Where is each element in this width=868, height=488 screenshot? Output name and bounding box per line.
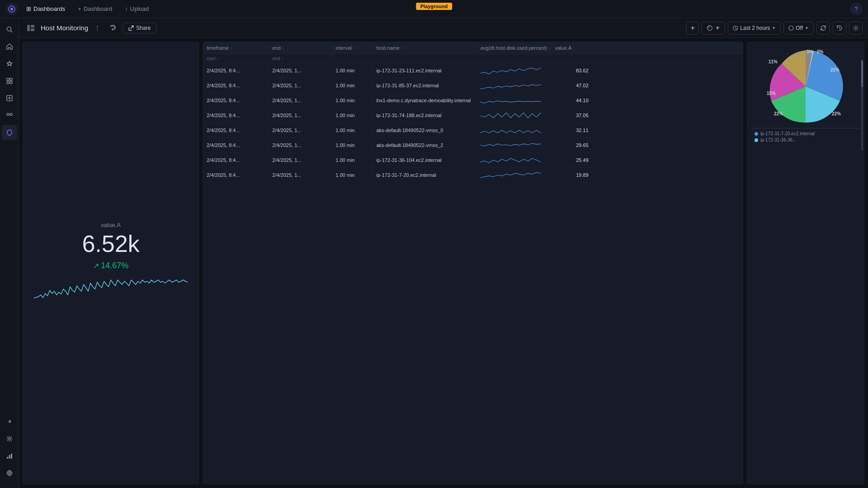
- table-row[interactable]: 2/4/2025, 8:4...2/4/2025, 1...1.00 minip…: [203, 108, 743, 123]
- nav-icon-button[interactable]: ▼: [702, 22, 725, 34]
- table-row[interactable]: 2/4/2025, 8:4...2/4/2025, 1...1.00 minip…: [203, 168, 743, 182]
- th-avg-disk-label: avg(dt.host.disk.used.percent): [480, 45, 547, 51]
- top-nav-right: ?: [850, 3, 863, 15]
- mini-sparkline: [480, 139, 547, 152]
- sidebar-item-chart2[interactable]: [2, 448, 17, 464]
- legend-item-2: ip-172-31-36-36...: [754, 137, 857, 142]
- svg-point-21: [707, 25, 712, 30]
- td-value-a: 44.10: [551, 93, 592, 108]
- th-hostname-sort: ↕: [401, 46, 403, 50]
- table-header: timeframe ↕ end ↕ interval ↕ host.name ↕: [203, 42, 743, 54]
- help-button[interactable]: ?: [850, 3, 863, 15]
- pie-panel-scrollbar[interactable]: [861, 60, 863, 151]
- th-hostname[interactable]: host.name ↕: [373, 42, 477, 54]
- table-body: 2/4/2025, 8:4...2/4/2025, 1...1.00 minip…: [203, 63, 743, 182]
- toolbar-menu-button[interactable]: ⋮: [92, 23, 103, 33]
- table-panel: timeframe ↕ end ↕ interval ↕ host.name ↕: [203, 42, 743, 484]
- td-timeframe: 2/4/2025, 8:4...: [203, 153, 269, 167]
- td-interval: 1.00 min: [332, 78, 373, 93]
- nav-label: ▼: [715, 25, 720, 31]
- table-row[interactable]: 2/4/2025, 8:4...2/4/2025, 1...1.00 minip…: [203, 78, 743, 93]
- svg-rect-18: [31, 25, 34, 28]
- dashboard-settings-button[interactable]: [849, 22, 863, 34]
- sidebar-item-grid[interactable]: [2, 73, 17, 89]
- logo[interactable]: [5, 3, 18, 15]
- td-hostname: aks-default-18490522-vmss_2: [373, 138, 477, 152]
- subheader-start[interactable]: start ↕: [203, 54, 269, 63]
- share-button[interactable]: Share: [123, 23, 157, 33]
- top-nav: ⊞ Dashboards + Dashboard ↑ Upload Playgr…: [0, 0, 868, 18]
- refresh-button[interactable]: [816, 22, 830, 34]
- nav-dashboards[interactable]: ⊞ Dashboards: [22, 4, 70, 14]
- svg-rect-14: [9, 455, 10, 459]
- td-spark: [477, 153, 551, 167]
- main-layout: Host Monitoring ⋮ Share +: [0, 18, 868, 488]
- svg-rect-5: [10, 78, 12, 81]
- th-value-a[interactable]: value.A ↕: [551, 42, 592, 54]
- pie-label-15percent: 15%: [767, 91, 776, 96]
- nav-dashboard-add[interactable]: + Dashboard: [73, 4, 117, 14]
- td-timeframe: 2/4/2025, 8:4...: [203, 138, 269, 152]
- mini-sparkline: [480, 109, 547, 122]
- mini-sparkline: [480, 79, 547, 92]
- nav-upload[interactable]: ↑ Upload: [120, 4, 153, 14]
- sidebar-item-connections[interactable]: [2, 108, 17, 123]
- dashboard-title: Host Monitoring: [41, 24, 88, 32]
- th-timeframe[interactable]: timeframe ↕: [203, 42, 269, 54]
- td-value-a: 83.62: [551, 63, 592, 78]
- td-spark: [477, 168, 551, 182]
- panel-toggle-button[interactable]: [24, 22, 37, 34]
- pie-label-22percent-3: 22%: [774, 111, 783, 116]
- refresh-mode-button[interactable]: Off ▼: [783, 22, 814, 34]
- legend-label-1: ip-172-31-7-20.ec2.internal: [760, 131, 815, 136]
- sidebar-item-admin[interactable]: [2, 125, 17, 140]
- th-interval[interactable]: interval ↕: [332, 42, 373, 54]
- table-row[interactable]: 2/4/2025, 8:4...2/4/2025, 1...1.00 minak…: [203, 138, 743, 153]
- td-timeframe: 2/4/2025, 8:4...: [203, 108, 269, 123]
- subheader-hostname: [373, 54, 477, 63]
- td-timeframe: 2/4/2025, 8:4...: [203, 78, 269, 93]
- svg-rect-19: [31, 28, 34, 31]
- add-panel-button[interactable]: +: [686, 22, 699, 34]
- sidebar-item-alerts[interactable]: [2, 56, 17, 71]
- svg-rect-4: [7, 78, 9, 81]
- pie-panel-scrollbar-thumb: [861, 60, 863, 87]
- table-row[interactable]: 2/4/2025, 8:4...2/4/2025, 1...1.00 minak…: [203, 123, 743, 138]
- pie-label-3percent: 3%: [806, 49, 813, 54]
- stat-panel-title: value.A: [101, 222, 120, 228]
- stat-change-value: 14.67%: [101, 261, 128, 270]
- sidebar-item-settings2[interactable]: [2, 431, 17, 446]
- mini-sparkline: [480, 154, 547, 166]
- pie-legend: ip-172-31-7-20.ec2.internal ip-172-31-36…: [751, 129, 860, 146]
- td-spark: [477, 93, 551, 108]
- th-end[interactable]: end ↕: [269, 42, 332, 54]
- sidebar-item-home[interactable]: [2, 39, 17, 54]
- svg-point-23: [789, 26, 793, 30]
- toolbar-monitor-button[interactable]: [106, 22, 119, 34]
- table-subheader: start ↕ end ↕: [203, 54, 743, 63]
- table-row[interactable]: 2/4/2025, 8:4...2/4/2025, 1...1.00 minln…: [203, 93, 743, 108]
- th-avg-disk[interactable]: avg(dt.host.disk.used.percent) ↕: [477, 42, 551, 54]
- stat-value: 6.52k: [82, 232, 139, 256]
- svg-rect-13: [7, 457, 8, 459]
- sidebar-item-globe[interactable]: [2, 465, 17, 481]
- td-end: 2/4/2025, 1...: [269, 138, 332, 152]
- subheader-value: [551, 54, 592, 63]
- sidebar-item-expand[interactable]: [2, 414, 17, 429]
- td-hostname: lnx1-demo.c.dynatrace-demoability.intern…: [373, 93, 477, 108]
- td-value-a: 25.49: [551, 153, 592, 167]
- table-row[interactable]: 2/4/2025, 8:4...2/4/2025, 1...1.00 minip…: [203, 153, 743, 168]
- dashboards-icon: ⊞: [26, 5, 31, 12]
- history-button[interactable]: [833, 22, 846, 34]
- td-hostname: ip-172-31-74-188.ec2.internal: [373, 108, 477, 123]
- time-range-button[interactable]: Last 2 hours ▼: [728, 22, 781, 34]
- pie-label-11percent: 11%: [768, 59, 778, 64]
- sidebar-item-search[interactable]: [2, 22, 17, 37]
- playground-badge: Playground: [416, 3, 452, 10]
- td-value-a: 37.05: [551, 108, 592, 123]
- subheader-end[interactable]: end ↕: [269, 54, 332, 63]
- svg-rect-10: [10, 114, 12, 115]
- table-row[interactable]: 2/4/2025, 8:4...2/4/2025, 1...1.00 minip…: [203, 63, 743, 78]
- content-area: Host Monitoring ⋮ Share +: [19, 18, 868, 488]
- sidebar-item-plugins[interactable]: [2, 90, 17, 106]
